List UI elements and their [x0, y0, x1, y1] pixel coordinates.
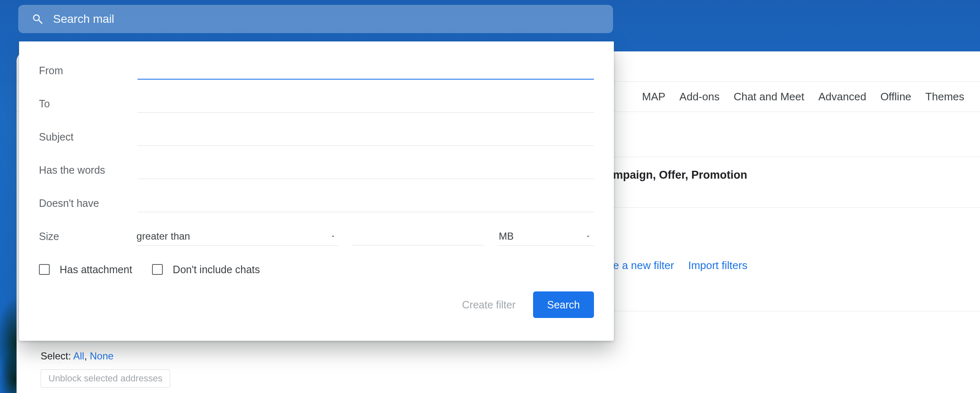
chevron-down-icon [330, 233, 336, 240]
exclude-chats-checkbox[interactable]: Don't include chats [152, 264, 260, 276]
size-operator-value: greater than [137, 230, 190, 242]
to-label: To [39, 98, 138, 110]
advanced-search-panel: From To Subject Has the words Doesn't ha… [19, 41, 614, 340]
filter-links-row: e a new filter Import filters [613, 255, 980, 275]
doesnt-have-label: Doesn't have [39, 197, 138, 209]
subject-label: Subject [39, 131, 138, 143]
tab-themes[interactable]: Themes [925, 90, 964, 103]
unblock-selected-button: Unblock selected addresses [41, 369, 170, 388]
search-button[interactable]: Search [533, 291, 594, 318]
tab-advanced[interactable]: Advanced [818, 90, 867, 103]
doesnt-have-input[interactable] [138, 194, 594, 212]
size-unit-select[interactable]: MB [498, 227, 594, 246]
tab-offline[interactable]: Offline [880, 90, 911, 103]
create-new-filter-link[interactable]: e a new filter [613, 259, 674, 272]
checkbox-icon [152, 264, 163, 275]
chevron-down-icon [585, 233, 591, 240]
subject-input[interactable] [138, 128, 594, 146]
size-unit-value: MB [499, 230, 514, 242]
has-attachment-label: Has attachment [60, 264, 132, 276]
size-operator-select[interactable]: greater than [136, 227, 339, 246]
to-input[interactable] [138, 95, 594, 113]
select-label: Select: [41, 350, 71, 361]
tab-chat-and-meet[interactable]: Chat and Meet [734, 90, 804, 103]
has-words-input[interactable] [138, 161, 594, 179]
select-none-link[interactable]: None [90, 350, 113, 361]
import-filters-link[interactable]: Import filters [688, 259, 747, 272]
from-label: From [39, 65, 138, 77]
blocked-addresses-section: Select: All, None Unblock selected addre… [41, 350, 972, 388]
has-words-label: Has the words [39, 164, 138, 176]
search-input[interactable] [53, 5, 609, 33]
create-filter-button: Create filter [462, 299, 516, 311]
search-icon [30, 11, 46, 27]
tab-addons[interactable]: Add-ons [679, 90, 719, 103]
size-label: Size [39, 230, 136, 243]
from-input[interactable] [138, 61, 594, 80]
search-bar[interactable] [18, 5, 613, 33]
exclude-chats-label: Don't include chats [173, 264, 260, 276]
size-value-input[interactable] [352, 227, 485, 245]
checkbox-icon [39, 264, 50, 275]
tab-map[interactable]: MAP [642, 90, 665, 103]
select-separator: , [84, 350, 89, 361]
has-attachment-checkbox[interactable]: Has attachment [39, 264, 132, 276]
filter-description-fragment: mpaign, Offer, Promotion [613, 162, 980, 188]
select-all-link[interactable]: All [73, 350, 84, 361]
